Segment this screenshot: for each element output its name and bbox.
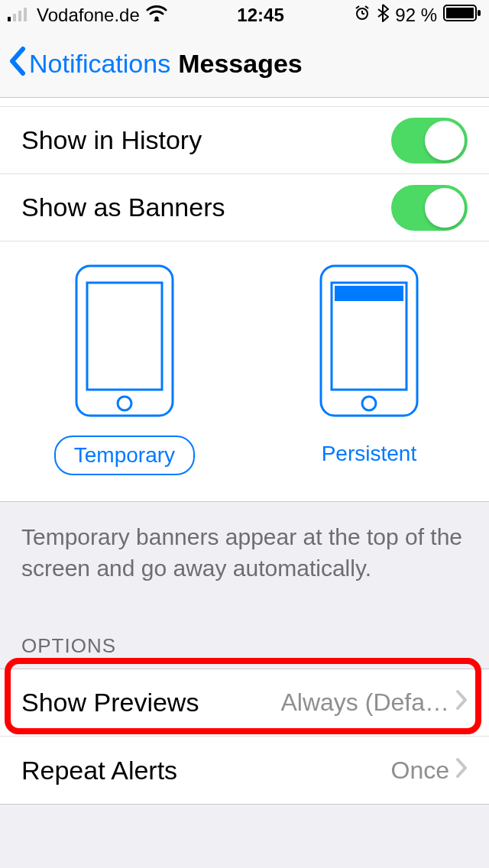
svg-point-19 — [362, 397, 376, 410]
prev-group-edge — [0, 98, 489, 107]
repeat-alerts-label: Repeat Alerts — [21, 756, 177, 785]
banner-style-persistent-label: Persistent — [303, 436, 436, 472]
banner-style-persistent[interactable]: Persistent — [303, 264, 436, 475]
show-as-banners-toggle[interactable] — [391, 185, 468, 231]
clock: 12:45 — [237, 5, 283, 26]
carrier-label: Vodafone.de — [37, 5, 140, 26]
svg-point-4 — [154, 17, 158, 21]
alarm-icon — [354, 5, 371, 26]
svg-rect-14 — [87, 283, 162, 390]
show-previews-row[interactable]: Show Previews Always (Defa… — [0, 669, 489, 737]
back-button[interactable]: Notifications — [8, 46, 170, 83]
nav-bar: Notifications Messages — [0, 31, 489, 98]
svg-rect-13 — [76, 266, 173, 416]
banner-style-hint: Temporary banners appear at the top of t… — [0, 502, 489, 614]
options-header: OPTIONS — [0, 614, 489, 669]
svg-rect-18 — [335, 286, 403, 301]
show-as-banners-label: Show as Banners — [21, 193, 225, 222]
svg-rect-3 — [24, 8, 27, 21]
chevron-left-icon — [8, 46, 26, 83]
back-label: Notifications — [29, 49, 170, 79]
phone-temporary-icon — [75, 264, 174, 420]
page-title: Messages — [178, 49, 303, 79]
show-as-banners-row: Show as Banners — [0, 174, 489, 241]
show-previews-value: Always (Defa… — [281, 688, 450, 717]
show-previews-label: Show Previews — [21, 688, 199, 717]
svg-rect-2 — [18, 11, 21, 21]
show-in-history-row: Show in History — [0, 107, 489, 174]
svg-line-9 — [365, 6, 368, 8]
bluetooth-icon — [377, 4, 389, 27]
show-in-history-toggle[interactable] — [391, 118, 468, 164]
signal-icon — [8, 5, 31, 26]
banner-style-temporary[interactable]: Temporary — [54, 264, 195, 475]
repeat-alerts-row[interactable]: Repeat Alerts Once — [0, 737, 489, 804]
banner-style-picker: Temporary Persistent — [0, 241, 489, 501]
wifi-icon — [146, 5, 167, 26]
status-bar: Vodafone.de 12:45 92 % — [0, 0, 489, 31]
svg-point-15 — [118, 397, 131, 410]
toggles-group: Show in History Show as Banners Tem — [0, 107, 489, 502]
battery-icon — [443, 5, 481, 26]
show-in-history-label: Show in History — [21, 125, 202, 155]
battery-label: 92 % — [395, 5, 437, 26]
banner-style-temporary-label: Temporary — [54, 436, 195, 475]
svg-rect-1 — [13, 14, 16, 21]
chevron-right-icon — [455, 688, 468, 717]
repeat-alerts-value: Once — [391, 756, 449, 785]
chevron-right-icon — [455, 756, 468, 785]
svg-rect-11 — [446, 8, 474, 18]
svg-rect-12 — [478, 10, 481, 16]
options-group: Show Previews Always (Defa… Repeat Alert… — [0, 669, 489, 805]
svg-rect-0 — [8, 17, 11, 21]
svg-line-8 — [356, 6, 359, 8]
phone-persistent-icon — [319, 264, 419, 420]
